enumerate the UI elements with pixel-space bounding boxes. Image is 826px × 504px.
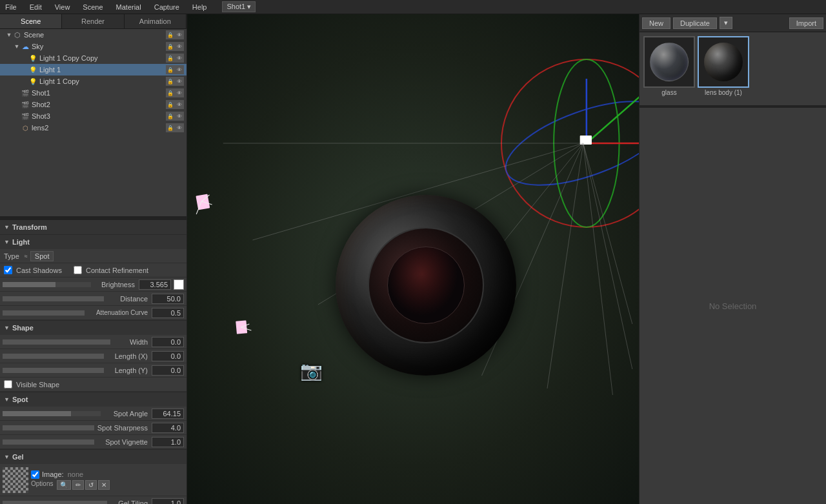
section-shape: ▼ Shape Width Length (X): [0, 321, 186, 392]
visible-shape-checkbox[interactable]: [4, 380, 12, 388]
gel-image-btns: Options 🔍 ✏ ↺ ✕: [31, 480, 110, 490]
shot3-eye[interactable]: 👁: [175, 112, 184, 121]
width-row: Width: [0, 335, 186, 349]
distance-input[interactable]: [152, 294, 184, 304]
brightness-input[interactable]: [139, 279, 171, 290]
brightness-slider[interactable]: [3, 282, 91, 287]
tree-row-light1cc[interactable]: 💡 Light 1 Copy Copy 🔒 👁: [0, 52, 186, 64]
length-y-input[interactable]: [152, 365, 184, 376]
tree-row-light1c[interactable]: 💡 Light 1 Copy 🔒 👁: [0, 76, 186, 87]
shape-header[interactable]: ▼ Shape: [0, 321, 186, 335]
material-card-glass[interactable]: glass: [643, 36, 695, 96]
light1-lock[interactable]: 🔒: [166, 65, 175, 74]
gel-image-checkbox[interactable]: [31, 470, 39, 479]
gel-tiling-input[interactable]: [152, 498, 184, 505]
material-card-lens-body[interactable]: lens body (1): [698, 36, 749, 96]
light1c-lock[interactable]: 🔒: [166, 77, 175, 86]
tree-row-sky[interactable]: ▼ ☁ Sky 🔒 👁: [0, 41, 186, 52]
tree-row-lens2[interactable]: ⬡ lens2 🔒 👁: [0, 122, 186, 134]
light1cc-lock[interactable]: 🔒: [166, 54, 175, 63]
menu-edit[interactable]: Edit: [27, 2, 45, 12]
light1-eye[interactable]: 👁: [175, 65, 184, 74]
gel-edit-btn[interactable]: ✏: [72, 480, 84, 490]
duplicate-button[interactable]: Duplicate: [673, 17, 717, 29]
shot2-eye[interactable]: 👁: [175, 100, 184, 109]
sky-eye[interactable]: 👁: [175, 42, 184, 51]
scene-eye[interactable]: 👁: [175, 30, 184, 39]
no-selection-text: No Selection: [709, 301, 757, 311]
gel-title: Gel: [12, 453, 24, 461]
tree-row-scene[interactable]: ▼ ⬡ Scene 🔒 👁: [0, 29, 186, 41]
attenuation-slider[interactable]: [3, 310, 85, 316]
svg-line-18: [201, 201, 212, 205]
type-value[interactable]: Spot: [30, 251, 54, 261]
shot3-lock[interactable]: 🔒: [166, 112, 175, 121]
viewport-bg: 📷: [187, 14, 639, 504]
new-button[interactable]: New: [642, 17, 670, 29]
spot-vignette-slider[interactable]: [3, 439, 94, 445]
spot-vignette-input[interactable]: [152, 437, 184, 447]
spot-header[interactable]: ▼ Spot: [0, 392, 186, 407]
length-x-slider[interactable]: [3, 354, 104, 359]
svg-rect-6: [580, 136, 592, 145]
width-slider[interactable]: [3, 339, 110, 345]
distance-slider[interactable]: [3, 296, 104, 301]
tab-animation[interactable]: Animation: [125, 14, 186, 28]
attenuation-row: Attenuation Curve: [0, 306, 186, 320]
spot-angle-label: Spot Angle: [102, 410, 150, 418]
shot1-eye[interactable]: 👁: [175, 88, 184, 97]
width-input[interactable]: [152, 337, 184, 347]
menu-material[interactable]: Material: [114, 2, 144, 12]
tab-render[interactable]: Render: [62, 14, 124, 28]
tree-row-shot1[interactable]: 🎬 Shot1 🔒 👁: [0, 87, 186, 99]
lens2-eye[interactable]: 👁: [175, 123, 184, 132]
svg-line-3: [587, 92, 639, 143]
scene-lock[interactable]: 🔒: [166, 30, 175, 39]
gel-delete-btn[interactable]: ✕: [98, 480, 110, 490]
light1cc-eye[interactable]: 👁: [175, 54, 184, 63]
tree-row-light1[interactable]: 💡 Light 1 🔒 👁: [0, 64, 186, 76]
menu-capture[interactable]: Capture: [152, 2, 182, 12]
gel-tiling-slider[interactable]: [3, 501, 107, 505]
lens2-lock[interactable]: 🔒: [166, 123, 175, 132]
expand-sky[interactable]: ▼: [13, 43, 21, 50]
length-x-input[interactable]: [152, 351, 184, 361]
tree-row-shot3[interactable]: 🎬 Shot3 🔒 👁: [0, 110, 186, 122]
shot-selector[interactable]: Shot1 ▾: [222, 1, 256, 12]
shot1-lock[interactable]: 🔒: [166, 88, 175, 97]
shot2-lock[interactable]: 🔒: [166, 100, 175, 109]
spot-sharpness-slider[interactable]: [3, 425, 94, 430]
brightness-color[interactable]: [174, 279, 184, 290]
import-button[interactable]: Import: [789, 17, 823, 29]
menu-file[interactable]: File: [3, 2, 19, 12]
menu-help[interactable]: Help: [190, 2, 210, 12]
expand-scene[interactable]: ▼: [5, 32, 13, 38]
shot1-label: Shot1: [32, 89, 166, 97]
attenuation-input[interactable]: [152, 308, 184, 318]
gel-options-label: Options: [31, 480, 53, 490]
contact-refinement-checkbox[interactable]: [74, 266, 82, 274]
length-y-slider[interactable]: [3, 368, 104, 373]
menu-scene[interactable]: Scene: [80, 2, 105, 12]
viewport[interactable]: 📷: [187, 14, 639, 504]
light-header[interactable]: ▼ Light: [0, 235, 186, 249]
gel-header[interactable]: ▼ Gel: [0, 450, 186, 464]
tree-row-shot2[interactable]: 🎬 Shot2 🔒 👁: [0, 99, 186, 110]
gel-refresh-btn[interactable]: ↺: [85, 480, 97, 490]
svg-point-2: [554, 59, 619, 227]
spot-angle-slider[interactable]: [3, 411, 101, 416]
sky-lock[interactable]: 🔒: [166, 42, 175, 51]
dropdown-button[interactable]: ▾: [720, 17, 732, 29]
gel-tiling-label: Gel Tiling: [108, 499, 150, 505]
svg-line-15: [583, 143, 632, 324]
gel-search-btn[interactable]: 🔍: [57, 480, 71, 490]
light1c-eye[interactable]: 👁: [175, 77, 184, 86]
spot-sharpness-input[interactable]: [152, 423, 184, 433]
tab-scene[interactable]: Scene: [0, 14, 62, 28]
menu-view[interactable]: View: [52, 2, 73, 12]
spot-angle-input[interactable]: [152, 408, 184, 419]
transform-header[interactable]: ▼ Transform: [0, 220, 186, 234]
cast-shadows-checkbox[interactable]: [4, 266, 12, 274]
lens2-icon: ⬡: [21, 123, 30, 132]
spot-vignette-row: Spot Vignette: [0, 435, 186, 449]
